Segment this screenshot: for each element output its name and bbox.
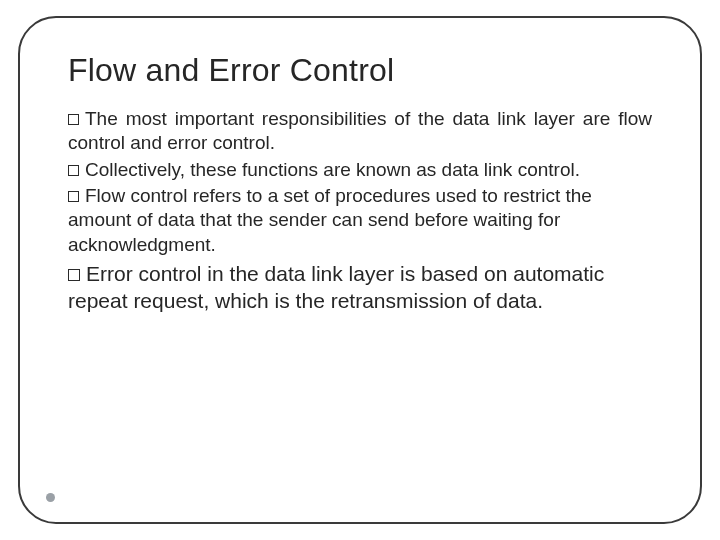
bullet-text: Collectively, these functions are known … (85, 159, 580, 180)
bullet-item: Flow control refers to a set of procedur… (68, 184, 652, 257)
page-indicator-icon (46, 493, 55, 502)
bullet-text: Error control in the data link layer is … (68, 262, 604, 312)
bullet-item: Error control in the data link layer is … (68, 261, 652, 315)
bullet-item: Collectively, these functions are known … (68, 158, 652, 182)
square-bullet-icon (68, 114, 79, 125)
square-bullet-icon (68, 165, 79, 176)
slide-frame: Flow and Error Control The most importan… (18, 16, 702, 524)
square-bullet-icon (68, 191, 79, 202)
slide-title: Flow and Error Control (68, 52, 652, 89)
bullet-item: The most important responsibilities of t… (68, 107, 652, 156)
square-bullet-icon (68, 269, 80, 281)
slide: Flow and Error Control The most importan… (0, 0, 720, 540)
slide-body: The most important responsibilities of t… (68, 107, 652, 315)
bullet-text: The most important responsibilities of t… (68, 108, 652, 153)
bullet-text: Flow control refers to a set of procedur… (68, 185, 592, 255)
